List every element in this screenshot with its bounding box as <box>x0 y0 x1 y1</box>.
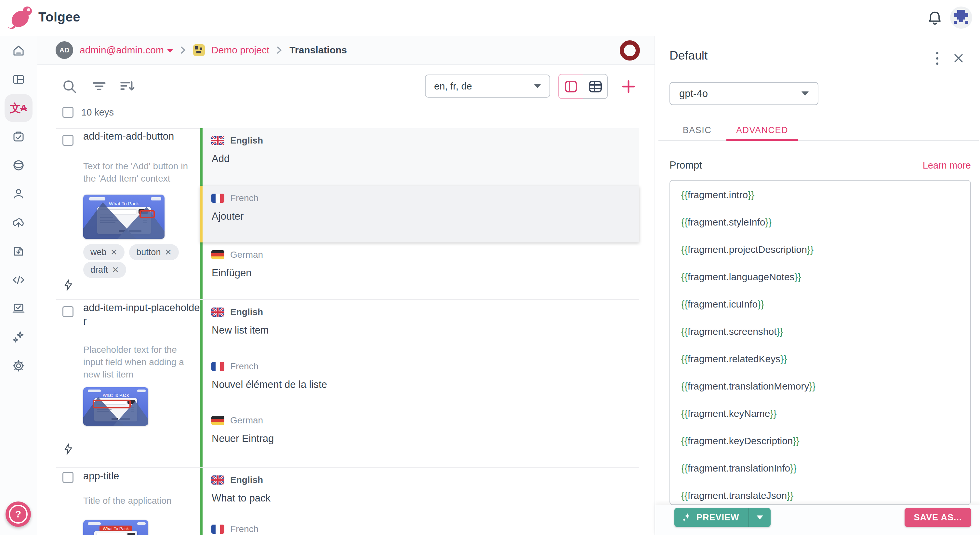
prompt-fragment[interactable]: {{fragment.keyName}} <box>670 400 970 427</box>
sparkle-icon <box>681 513 691 522</box>
sidebar-item-ai[interactable] <box>5 323 32 351</box>
prompt-fragment[interactable]: {{fragment.keyDescription}} <box>670 427 970 455</box>
row-checkbox[interactable] <box>62 472 73 483</box>
screenshot-thumbnail[interactable]: What To Pack <box>83 387 148 426</box>
sidebar-item-integrate[interactable] <box>5 266 32 294</box>
key-name[interactable]: add-item-input-placeholder <box>83 301 200 328</box>
prompt-fragment[interactable]: {{fragment.translationMemory}} <box>670 373 970 400</box>
user-avatar-small[interactable]: AD <box>56 42 73 59</box>
prompt-fragment[interactable]: {{fragment.translateJson}} <box>670 482 970 505</box>
breadcrumb-project[interactable]: Demo project <box>212 45 269 56</box>
translation-cell-french[interactable]: French Nouvel élément de la liste <box>200 354 639 408</box>
sidebar-item-home[interactable] <box>5 37 32 65</box>
sidebar-item-translations[interactable]: 文A <box>5 94 32 122</box>
translation-cell-german[interactable]: German Einfügen <box>200 243 639 299</box>
key-description: Placeholder text for the input field whe… <box>83 343 197 381</box>
translation-cell-german[interactable]: German Neuer Eintrag <box>200 408 639 467</box>
key-name[interactable]: add-item-add-button <box>83 129 200 143</box>
prompt-fragment[interactable]: {{fragment.projectDescription}} <box>670 236 970 263</box>
prompt-fragment[interactable]: {{fragment.intro}} <box>670 181 970 209</box>
tab-advanced[interactable]: ADVANCED <box>726 120 798 141</box>
tag[interactable]: button✕ <box>129 244 179 260</box>
user-avatar[interactable] <box>950 6 972 29</box>
sidebar-item-export[interactable] <box>5 209 32 236</box>
chevron-down-icon <box>534 84 541 88</box>
sort-icon[interactable] <box>119 78 135 94</box>
view-toggle-group <box>558 74 608 99</box>
sidebar-item-settings[interactable] <box>5 352 32 380</box>
tolgee-app: Tolgee <box>0 0 980 535</box>
split-view-button[interactable] <box>558 74 583 99</box>
screenshot-thumbnail[interactable]: What To Pack <box>83 195 164 239</box>
prompt-fragment[interactable]: {{fragment.relatedKeys}} <box>670 345 970 373</box>
key-name[interactable]: app-title <box>83 469 200 483</box>
plus-icon <box>620 78 636 95</box>
mouse-logo-icon[interactable] <box>7 4 36 32</box>
machine-translation-icon[interactable] <box>62 279 74 291</box>
tag-list: draft✕ <box>83 262 126 278</box>
row-checkbox[interactable] <box>62 306 73 317</box>
machine-translation-icon[interactable] <box>62 443 74 455</box>
language-label: English <box>230 307 263 317</box>
members-icon <box>11 187 26 201</box>
prompt-fragment[interactable]: {{fragment.translationInfo}} <box>670 455 970 482</box>
active-tab-underline <box>726 139 798 141</box>
model-select[interactable]: gpt-4o <box>670 82 818 105</box>
screenshot-thumbnail[interactable]: What To Pack <box>83 520 148 535</box>
add-key-button[interactable] <box>619 77 638 96</box>
sidebar-item-members[interactable] <box>5 180 32 208</box>
close-panel-button[interactable] <box>950 50 967 66</box>
help-button[interactable]: ? <box>6 501 31 527</box>
learn-more-link[interactable]: Learn more <box>923 160 971 171</box>
languages-select[interactable]: en, fr, de <box>425 75 550 97</box>
settings-gear-icon <box>11 359 26 373</box>
translation-cell-english[interactable]: English What to pack <box>200 468 639 517</box>
prompt-fragment[interactable]: {{fragment.languageNotes}} <box>670 263 970 291</box>
bell-icon[interactable] <box>927 10 943 26</box>
prompt-fragment[interactable]: {{fragment.icuInfo}} <box>670 291 970 318</box>
remove-tag-icon[interactable]: ✕ <box>164 248 172 257</box>
prompt-fragment[interactable]: {{fragment.styleInfo}} <box>670 209 970 236</box>
breadcrumb-user[interactable]: admin@admin.com <box>80 45 173 56</box>
sidebar-item-devtools[interactable] <box>5 294 32 323</box>
prompt-fragment[interactable]: {{fragment.screenshot}} <box>670 318 970 345</box>
globe-icon <box>11 158 26 172</box>
chevron-right-icon <box>276 45 283 56</box>
flag-fr-icon <box>212 525 224 534</box>
code-icon <box>11 273 26 287</box>
home-icon <box>11 44 26 58</box>
state-indicator-translated <box>200 243 202 299</box>
sidebar-item-dashboard[interactable] <box>5 65 32 93</box>
flag-en-icon <box>212 308 224 317</box>
prompt-editor[interactable]: {{fragment.intro}} {{fragment.styleInfo}… <box>670 180 971 505</box>
preview-dropdown-button[interactable] <box>749 516 771 519</box>
import-icon <box>11 244 26 259</box>
kebab-menu-icon[interactable] <box>930 50 944 66</box>
search-icon[interactable] <box>62 78 78 95</box>
filter-icon[interactable] <box>91 78 107 94</box>
tag[interactable]: draft✕ <box>83 262 126 278</box>
remove-tag-icon[interactable]: ✕ <box>111 248 118 257</box>
tab-basic[interactable]: BASIC <box>672 120 722 141</box>
state-indicator-translated <box>200 408 202 467</box>
select-all-checkbox[interactable] <box>62 107 73 118</box>
remove-tag-icon[interactable]: ✕ <box>112 265 119 275</box>
row-checkbox[interactable] <box>62 135 73 146</box>
save-as-button[interactable]: SAVE AS... <box>905 508 971 527</box>
table-view-icon <box>588 80 603 93</box>
translation-cell-english[interactable]: English New list item <box>200 300 639 354</box>
top-bar: Tolgee <box>0 0 980 36</box>
sidebar-item-tasks[interactable] <box>5 123 32 151</box>
tag[interactable]: web✕ <box>83 244 124 260</box>
language-label: German <box>230 415 263 426</box>
table-view-button[interactable] <box>583 74 608 99</box>
sidebar-item-languages[interactable] <box>5 151 32 179</box>
preview-button[interactable]: PREVIEW <box>675 508 771 527</box>
highlight-box <box>140 210 155 219</box>
sidebar-item-import[interactable] <box>5 237 32 265</box>
languages-select-value: en, fr, de <box>434 81 472 92</box>
translation-cell-english[interactable]: English Add <box>200 128 639 186</box>
flag-en-icon <box>212 476 224 485</box>
translation-cell-french[interactable]: French <box>200 517 639 535</box>
translation-cell-french[interactable]: French Ajouter <box>200 186 639 243</box>
